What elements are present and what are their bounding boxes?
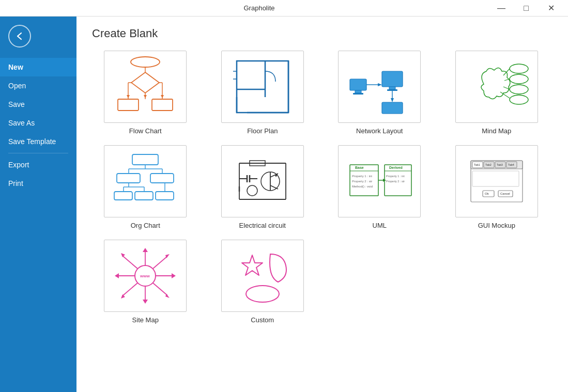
svg-rect-13 xyxy=(237,61,288,113)
svg-text:Method() : void: Method() : void xyxy=(352,185,373,188)
page-heading: Create Blank xyxy=(76,17,568,45)
svg-point-34 xyxy=(510,74,528,84)
template-thumb-uml: Base Property 1 : int Property 2 : str M… xyxy=(338,145,421,217)
back-icon xyxy=(8,25,31,48)
svg-marker-10 xyxy=(144,95,147,98)
svg-rect-27 xyxy=(382,71,403,87)
template-thumb-network-layout xyxy=(338,51,421,123)
svg-line-115 xyxy=(153,256,167,269)
svg-line-71 xyxy=(270,185,278,189)
template-thumb-electrical-circuit xyxy=(221,145,304,217)
maximize-button[interactable]: □ xyxy=(514,0,538,17)
sidebar-item-save[interactable]: Save xyxy=(0,95,76,114)
template-thumb-flow-chart xyxy=(104,51,187,123)
svg-rect-45 xyxy=(135,192,153,200)
svg-marker-12 xyxy=(161,95,164,98)
svg-rect-22 xyxy=(350,79,366,90)
svg-text:Property 1 : int: Property 1 : int xyxy=(386,175,405,178)
svg-text:Derived: Derived xyxy=(389,166,403,169)
sidebar: New Open Save Save As Save Template Expo… xyxy=(0,17,76,392)
template-thumb-floor-plan xyxy=(221,51,304,123)
svg-point-33 xyxy=(510,64,528,73)
close-button[interactable]: ✕ xyxy=(539,0,563,17)
svg-text:Tab2: Tab2 xyxy=(485,163,492,166)
svg-rect-2 xyxy=(118,99,139,111)
title-bar: Grapholite — □ ✕ xyxy=(0,0,568,17)
svg-point-121 xyxy=(246,286,279,302)
template-card-flow-chart[interactable]: Flow Chart xyxy=(92,51,199,135)
template-label-flow-chart: Flow Chart xyxy=(129,127,162,135)
sidebar-nav: New Open Save Save As Save Template Expo… xyxy=(0,58,76,193)
template-thumb-site-map: www xyxy=(104,240,187,312)
svg-rect-44 xyxy=(114,192,132,200)
svg-text:Property 1 : int: Property 1 : int xyxy=(352,175,372,178)
svg-marker-118 xyxy=(121,294,125,299)
template-label-network-layout: Network Layout xyxy=(356,127,403,135)
template-thumb-gui-mockup: Tab1 Tab2 Tab3 Tab4 Ok Cancel xyxy=(455,145,538,217)
sidebar-item-export[interactable]: Export xyxy=(0,155,76,174)
svg-marker-106 xyxy=(143,248,148,252)
template-label-uml: UML xyxy=(373,222,387,229)
sidebar-item-open[interactable]: Open xyxy=(0,76,76,95)
svg-rect-46 xyxy=(156,192,174,200)
template-label-site-map: Site Map xyxy=(132,316,159,324)
svg-rect-23 xyxy=(355,90,361,93)
svg-line-117 xyxy=(123,283,137,295)
template-thumb-org-chart xyxy=(104,145,187,217)
template-card-floor-plan[interactable]: Floor Plan xyxy=(209,51,316,135)
template-card-electrical-circuit[interactable]: Electrical circuit xyxy=(209,145,316,229)
svg-rect-3 xyxy=(152,99,173,111)
svg-marker-108 xyxy=(143,300,148,304)
sidebar-item-save-template[interactable]: Save Template xyxy=(0,132,76,151)
template-thumb-mind-map xyxy=(455,51,538,123)
sidebar-item-print[interactable]: Print xyxy=(0,174,76,193)
sidebar-item-save-as[interactable]: Save As xyxy=(0,114,76,132)
svg-point-73 xyxy=(247,185,257,196)
svg-rect-41 xyxy=(132,154,158,165)
sidebar-divider xyxy=(8,153,68,153)
svg-rect-29 xyxy=(387,89,397,91)
template-card-custom[interactable]: Custom xyxy=(209,240,316,324)
svg-line-37 xyxy=(503,69,510,75)
svg-text:Base: Base xyxy=(355,166,364,169)
template-label-custom: Custom xyxy=(251,316,274,324)
svg-text:Cancel: Cancel xyxy=(500,192,510,195)
template-label-mind-map: Mind Map xyxy=(482,127,511,135)
sidebar-item-new[interactable]: New xyxy=(0,58,76,76)
svg-text:www: www xyxy=(140,274,150,278)
svg-rect-43 xyxy=(150,174,174,183)
svg-marker-110 xyxy=(115,273,119,278)
svg-marker-1 xyxy=(131,72,159,93)
template-thumb-custom xyxy=(221,240,304,312)
app-title: Grapholite xyxy=(29,4,489,12)
main-content: Create Blank xyxy=(76,17,568,392)
template-label-gui-mockup: GUI Mockup xyxy=(478,222,515,229)
template-card-site-map[interactable]: www xyxy=(92,240,199,324)
template-label-org-chart: Org Chart xyxy=(131,222,160,229)
svg-point-36 xyxy=(510,95,528,104)
window-controls: — □ ✕ xyxy=(489,0,563,17)
svg-marker-114 xyxy=(121,253,125,257)
template-card-mind-map[interactable]: Mind Map xyxy=(443,51,550,135)
template-grid-container: Flow Chart xyxy=(76,45,568,392)
svg-text:Tab4: Tab4 xyxy=(508,163,514,166)
svg-marker-112 xyxy=(172,273,176,278)
svg-rect-98 xyxy=(472,171,519,186)
template-label-floor-plan: Floor Plan xyxy=(247,127,278,135)
svg-marker-31 xyxy=(391,98,394,102)
svg-rect-42 xyxy=(117,174,140,183)
svg-text:Ok: Ok xyxy=(485,192,489,195)
back-button[interactable] xyxy=(4,21,35,52)
template-card-network-layout[interactable]: Network Layout xyxy=(326,51,433,135)
svg-text:Tab1: Tab1 xyxy=(474,163,480,166)
svg-marker-26 xyxy=(378,83,382,86)
svg-rect-32 xyxy=(382,102,403,114)
minimize-button[interactable]: — xyxy=(489,0,513,17)
svg-text:Tab3: Tab3 xyxy=(497,163,503,166)
template-card-org-chart[interactable]: Org Chart xyxy=(92,145,199,229)
svg-line-119 xyxy=(153,283,167,295)
svg-marker-11 xyxy=(127,95,130,98)
template-card-uml[interactable]: Base Property 1 : int Property 2 : str M… xyxy=(326,145,433,229)
svg-point-35 xyxy=(510,85,528,94)
template-card-gui-mockup[interactable]: Tab1 Tab2 Tab3 Tab4 Ok Cancel xyxy=(443,145,550,229)
